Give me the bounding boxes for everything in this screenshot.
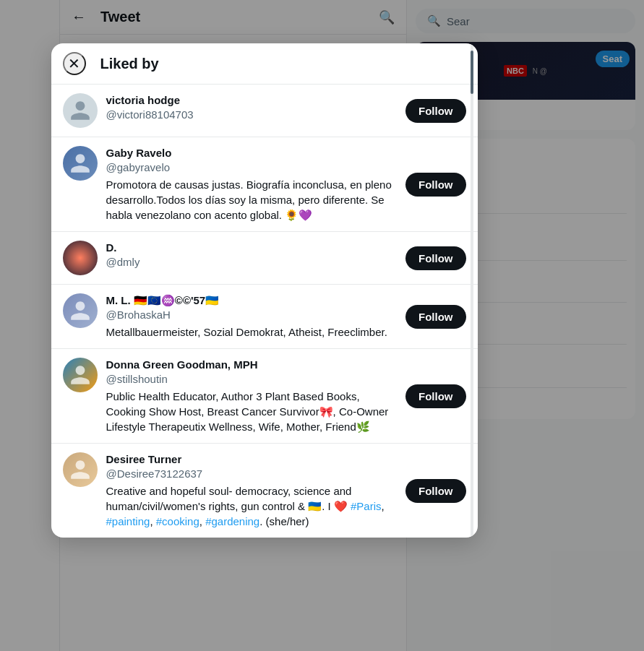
- user-info-3: D. @dmly: [106, 241, 398, 269]
- follow-button-4[interactable]: Follow: [405, 305, 466, 329]
- modal-title: Liked by: [100, 56, 159, 72]
- name-row-3: D.: [106, 241, 398, 255]
- avatar-4-icon: [69, 299, 92, 322]
- user-handle-4[interactable]: @BrohaskaH: [106, 308, 398, 322]
- user-handle-6[interactable]: @Desiree73122637: [106, 467, 398, 481]
- user-handle-2[interactable]: @gabyravelo: [106, 160, 398, 175]
- user-bio-6: Creative and hopeful soul- democracy, sc…: [106, 483, 398, 529]
- follow-button-2[interactable]: Follow: [405, 173, 466, 197]
- modal-header: ✕ Liked by: [51, 43, 478, 85]
- user-bio-4: Metallbauermeister, Sozial Demokrat, Ath…: [106, 324, 398, 340]
- scroll-thumb: [471, 51, 473, 94]
- user-name-6[interactable]: Desiree Turner: [106, 452, 182, 467]
- user-item-5: Donna Green Goodman, MPH @stillshoutin P…: [51, 349, 478, 444]
- user-bio-5: Public Health Educator, Author 3 Plant B…: [106, 389, 398, 434]
- avatar-2[interactable]: [63, 146, 98, 181]
- user-item-2: Gaby Ravelo @gabyravelo Promotora de cau…: [51, 137, 478, 232]
- user-name-4[interactable]: M. L. 🇩🇪🇪🇺♒©©'57🇺🇦: [106, 293, 220, 308]
- user-info-1: victoria hodge @victori88104703: [106, 93, 398, 121]
- scroll-indicator: [469, 43, 475, 538]
- liked-by-modal: ✕ Liked by victoria hodge: [51, 43, 478, 538]
- user-item-4: M. L. 🇩🇪🇪🇺♒©©'57🇺🇦 @BrohaskaH Metallbaue…: [51, 285, 478, 349]
- name-row-5: Donna Green Goodman, MPH: [106, 358, 398, 372]
- user-name-1[interactable]: victoria hodge: [106, 93, 181, 108]
- hashtag-painting[interactable]: #painting: [106, 515, 150, 527]
- user-name-5[interactable]: Donna Green Goodman, MPH: [106, 358, 258, 372]
- user-name-2[interactable]: Gaby Ravelo: [106, 146, 172, 160]
- avatar-5[interactable]: [63, 358, 98, 392]
- modal-body[interactable]: victoria hodge @victori88104703 Follow G…: [51, 85, 478, 538]
- user-info-2: Gaby Ravelo @gabyravelo Promotora de cau…: [106, 146, 398, 223]
- user-info-5: Donna Green Goodman, MPH @stillshoutin P…: [106, 358, 398, 434]
- hashtag-cooking[interactable]: #cooking: [156, 515, 199, 527]
- user-item-1: victoria hodge @victori88104703 Follow: [51, 85, 478, 137]
- follow-button-3[interactable]: Follow: [405, 246, 466, 270]
- avatar-2-icon: [69, 152, 92, 175]
- avatar-6-icon: [69, 458, 92, 481]
- user-bio-2: Promotora de causas justas. Biografía in…: [106, 177, 398, 223]
- scroll-track: [471, 43, 473, 538]
- user-handle-1[interactable]: @victori88104703: [106, 108, 398, 122]
- avatar-3[interactable]: [63, 241, 98, 275]
- hashtag-paris[interactable]: #Paris: [351, 500, 382, 512]
- follow-button-6[interactable]: Follow: [405, 479, 466, 503]
- follow-button-5[interactable]: Follow: [405, 384, 466, 408]
- user-item-6: Desiree Turner @Desiree73122637 Creative…: [51, 444, 478, 538]
- avatar-4[interactable]: [63, 293, 98, 328]
- modal-overlay[interactable]: ✕ Liked by victoria hodge: [0, 0, 644, 651]
- avatar-5-icon: [69, 363, 92, 387]
- user-info-6: Desiree Turner @Desiree73122637 Creative…: [106, 452, 398, 529]
- avatar-1[interactable]: [63, 93, 98, 128]
- name-row-6: Desiree Turner: [106, 452, 398, 467]
- name-row-2: Gaby Ravelo: [106, 146, 398, 160]
- user-name-3[interactable]: D.: [106, 241, 117, 255]
- user-handle-5[interactable]: @stillshoutin: [106, 372, 398, 387]
- user-handle-3[interactable]: @dmly: [106, 255, 398, 270]
- user-info-4: M. L. 🇩🇪🇪🇺♒©©'57🇺🇦 @BrohaskaH Metallbaue…: [106, 293, 398, 340]
- follow-button-1[interactable]: Follow: [405, 99, 466, 123]
- hashtag-gardening[interactable]: #gardening: [205, 515, 259, 527]
- name-row-1: victoria hodge: [106, 93, 398, 108]
- avatar-6[interactable]: [63, 452, 98, 487]
- modal-close-button[interactable]: ✕: [63, 52, 86, 75]
- default-avatar-icon: [69, 99, 92, 122]
- name-row-4: M. L. 🇩🇪🇪🇺♒©©'57🇺🇦: [106, 293, 398, 308]
- user-item-3: D. @dmly Follow: [51, 232, 478, 285]
